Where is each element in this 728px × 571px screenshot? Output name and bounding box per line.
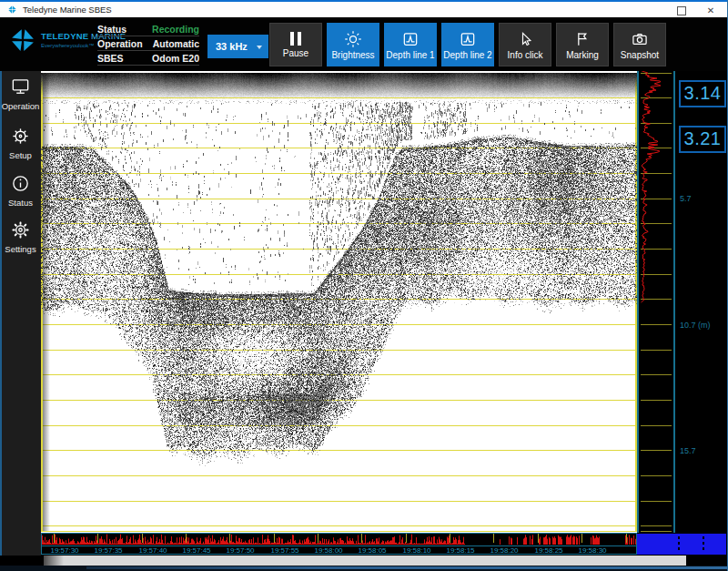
time-tick-label: 19:58:25 [534,546,562,555]
pause-button[interactable]: Pause [269,23,322,66]
status-value: Recording [152,24,199,35]
depth-line-2-button[interactable]: Depth line 2 [441,23,494,66]
time-tick-label: 19:57:40 [138,546,167,555]
teledyne-pinwheel-icon [9,26,36,54]
close-icon: ✕ [707,5,714,15]
main-toolbar: TELEDYNE MARINE Everywhereyoulook™ Statu… [0,17,728,71]
snapshot-button[interactable]: Snapshot [613,23,666,66]
time-tick-label: 19:57:45 [182,546,210,555]
settings-gear-icon [10,219,31,240]
window-bottom-edge [0,566,728,571]
depth-axis-label: 5.7 [680,194,692,203]
status-row: Status Recording [97,22,199,36]
indicator-tick [703,536,704,551]
sbes-value: Odom E20 [152,53,199,64]
info-click-icon [516,30,534,48]
status-label: Status [97,24,126,35]
ascan-strip [637,71,675,533]
echogram-panel [41,71,637,533]
title-bar: Teledyne Marine SBES ✕ [0,0,728,17]
time-tick-label: 19:57:35 [94,546,122,555]
status-panel: Status Recording Operation Automatic SBE… [97,22,199,66]
status-info-icon [10,173,31,194]
sidebar-item-operation[interactable]: Operation [0,76,41,111]
time-tick-label: 19:58:10 [402,546,430,555]
marking-button[interactable]: Marking [556,23,609,66]
sidebar-item-setup[interactable]: Setup [0,126,41,160]
depth-line-icon [401,30,420,48]
time-tick-label: 19:58:20 [490,546,518,555]
echogram-canvas[interactable] [41,71,637,533]
sbes-label: SBES [97,53,124,64]
time-axis-strip: 19:57:30 19:57:35 19:57:40 19:57:45 19:5… [41,533,637,555]
depth-line-icon [459,30,477,48]
time-tick-label: 19:57:30 [50,546,78,555]
amplitude-trace-canvas [42,534,636,546]
depth-axis-label: 15.7 [680,446,696,455]
indicator-tick [678,536,680,551]
info-click-button[interactable]: Info click [499,23,551,66]
operation-label: Operation [97,38,143,49]
time-tick-label: 19:57:50 [226,546,254,555]
operation-monitor-icon [10,76,31,97]
sidebar-item-settings[interactable]: Settings [0,219,41,254]
time-tick-label: 19:57:55 [270,546,298,555]
operation-value: Automatic [153,38,199,49]
amplitude-trace-area [42,534,636,546]
app-logo-icon [7,5,17,15]
setup-helm-icon [10,126,31,147]
chevron-down-icon [257,46,262,49]
depth-line-2-readout: 3.21 [679,126,726,153]
brightness-button[interactable]: Brightness [327,23,379,66]
horizontal-scrollbar-track [0,556,728,566]
ascan-canvas [639,71,673,533]
bottom-edge-highlight [86,566,728,569]
operation-row: Operation Automatic [97,36,199,51]
depth-line-1-button[interactable]: Depth line 1 [384,23,437,66]
time-tick-label: 19:58:15 [446,546,474,555]
time-tick-label: 19:58:00 [314,546,342,555]
horizontal-scrollbar-thumb[interactable] [44,556,686,566]
frequency-value: 33 kHz [216,41,248,52]
time-tick-label: 19:58:30 [578,546,606,555]
pause-icon [290,32,301,46]
brightness-icon [344,30,362,48]
depth-axis-label: 10.7 (m) [680,321,711,330]
sbes-row: SBES Odom E20 [97,51,199,66]
snapshot-icon [631,30,649,48]
maximize-icon [677,6,686,15]
app-window: Teledyne Marine SBES ✕ TELEDYNE MARINE E… [0,0,728,571]
window-title: Teledyne Marine SBES [23,5,112,15]
depth-line-1-readout: 3.14 [679,80,726,107]
depth-axis-column: 3.14 3.21 5.7 10.7 (m) 15.7 [675,71,728,533]
bottom-track-indicator [637,534,726,555]
sidebar-item-status[interactable]: Status [0,173,41,208]
marking-icon [573,30,592,48]
time-tick-label: 19:58:05 [358,546,386,555]
frequency-dropdown[interactable]: 33 kHz [207,35,268,58]
